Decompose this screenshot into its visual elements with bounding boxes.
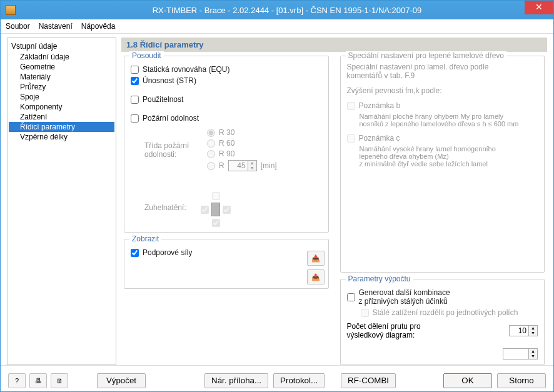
radio-r60[interactable]: R 60 [207, 139, 277, 148]
tree-item-5[interactable]: Komponenty [9, 102, 114, 112]
radio-r30[interactable]: R 30 [207, 128, 277, 137]
menu-file[interactable]: Soubor [6, 22, 30, 31]
label-divisions: Počet dělení prutu provýsledkový diagram… [347, 322, 505, 339]
chk-support-forces[interactable]: Podporové síly [131, 248, 322, 257]
page-title: 1.8 Řídicí parametry [121, 38, 547, 52]
charring-grid [201, 192, 231, 227]
char-left[interactable] [201, 206, 209, 214]
char-top[interactable] [212, 192, 220, 200]
tree-item-7[interactable]: Řídicí parametry [9, 122, 114, 132]
btn-rf-combi[interactable]: RF-COMBI [341, 373, 396, 388]
spin-down-icon[interactable]: ▼ [528, 354, 537, 359]
legend-display: Zobrazit [129, 234, 161, 243]
label-fire-class: Třída požární odolnosti: [144, 141, 201, 159]
spin-up-icon[interactable]: ▲ [528, 349, 537, 354]
btn-calculate[interactable]: Výpočet [97, 373, 146, 388]
group-display: Zobrazit Podporové síly 📥 📤 [124, 239, 329, 289]
tree-item-3[interactable]: Průřezy [9, 82, 114, 92]
chk-fire[interactable]: Požární odolnost [131, 114, 322, 123]
btn-export-icon[interactable]: 📤 [307, 269, 325, 284]
chk-str[interactable]: Únosnost (STR) [131, 76, 322, 85]
nav-tree[interactable]: Vstupní údaje Základní údajeGeometrieMat… [7, 38, 116, 365]
chk-serviceability[interactable]: Použitelnost [131, 95, 322, 104]
chk-note-c[interactable]: Poznámka c [347, 134, 538, 143]
tool-icon-1[interactable]: 🖶 [29, 373, 47, 388]
tree-item-6[interactable]: Zatížení [9, 112, 114, 122]
tree-item-1[interactable]: Geometrie [9, 62, 114, 72]
btn-import-icon[interactable]: 📥 [307, 251, 325, 266]
chk-note-b[interactable]: Poznámka b [347, 101, 538, 110]
btn-ok[interactable]: OK [443, 373, 492, 388]
close-button[interactable]: ✕ [525, 1, 553, 14]
radio-r90[interactable]: R 90 [207, 149, 277, 158]
chk-gen-combinations[interactable]: Generovat další kombinacez příznivých st… [347, 288, 538, 306]
spin-up-icon[interactable]: ▲ [248, 161, 256, 166]
spinner-extra[interactable]: ▲▼ [503, 348, 538, 359]
spin-up-icon[interactable]: ▲ [528, 326, 537, 331]
radio-rcustom[interactable]: R ▲▼ [min] [207, 160, 277, 171]
group-calc-params: Parametry výpočtu Generovat další kombin… [340, 279, 545, 365]
btn-protocol[interactable]: Protokol... [273, 373, 325, 388]
menu-bar: Soubor Nastavení Nápověda [1, 19, 553, 34]
footer: ? 🖶 🗎 Výpočet Nár. příloha... Protokol..… [1, 365, 553, 392]
spin-down-icon[interactable]: ▼ [248, 166, 256, 171]
char-right[interactable] [223, 206, 231, 214]
cross-section-icon [211, 203, 220, 216]
tree-item-2[interactable]: Materiály [9, 72, 114, 82]
chk-equ[interactable]: Statická rovnováha (EQU) [131, 65, 322, 74]
tree-item-0[interactable]: Základní údaje [9, 52, 114, 62]
legend-assess: Posoudit [129, 51, 164, 60]
group-assess: Posoudit Statická rovnováha (EQU) Únosno… [124, 56, 329, 233]
tree-item-8[interactable]: Vzpěrné délky [9, 132, 114, 142]
legend-glulam: Speciální nastavení pro lepené lamelové … [346, 51, 507, 60]
title-bar: RX-TIMBER - Brace - 2.02.2444 - [01.vrb]… [1, 1, 553, 19]
app-icon [6, 5, 16, 15]
spinner-r-minutes[interactable]: ▲▼ [228, 160, 257, 171]
menu-help[interactable]: Nápověda [81, 22, 116, 31]
menu-settings[interactable]: Nastavení [39, 22, 73, 31]
legend-calc-params: Parametry výpočtu [346, 274, 413, 283]
group-glulam: Speciální nastavení pro lepené lamelové … [340, 56, 545, 273]
tree-item-4[interactable]: Spoje [9, 92, 114, 102]
spin-down-icon[interactable]: ▼ [528, 331, 537, 336]
btn-cancel[interactable]: Storno [497, 373, 546, 388]
char-bottom[interactable] [212, 219, 220, 227]
btn-national-annex[interactable]: Nár. příloha... [204, 373, 268, 388]
tool-icon-2[interactable]: 🗎 [51, 373, 68, 388]
tree-root[interactable]: Vstupní údaje [9, 41, 114, 52]
chk-split-load[interactable]: Stálé zatížení rozdělit po jednotlivých … [361, 308, 538, 317]
window-title: RX-TIMBER - Brace - 2.02.2444 - [01.vrb]… [21, 6, 553, 15]
label-charring: Zuhelnatění: [144, 203, 194, 212]
spinner-divisions[interactable]: ▲▼ [509, 325, 538, 336]
help-icon[interactable]: ? [8, 373, 26, 388]
